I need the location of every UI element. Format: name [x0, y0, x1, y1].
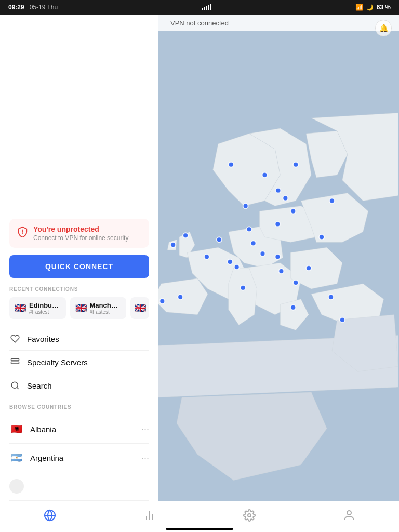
svg-point-5	[262, 172, 268, 178]
uk3-flag: 🇬🇧	[135, 302, 146, 314]
argentina-flag: 🇦🇷	[9, 450, 24, 465]
notification-bell[interactable]: 🔔	[375, 20, 392, 36]
bell-icon: 🔔	[379, 24, 388, 32]
menu-item-favorites[interactable]: Favorites	[9, 327, 149, 351]
svg-point-21	[278, 269, 284, 274]
svg-point-11	[290, 209, 296, 214]
svg-point-18	[275, 254, 280, 259]
nav-map[interactable]	[0, 501, 100, 532]
svg-point-9	[247, 227, 252, 232]
svg-point-37	[11, 382, 18, 388]
manchester-name: Manchester	[90, 301, 122, 309]
heart-icon	[9, 334, 21, 343]
svg-point-8	[217, 237, 222, 242]
vpn-status-text: VPN not connected	[170, 19, 229, 27]
svg-point-7	[243, 204, 248, 209]
manchester-text: Manchester #Fastest	[90, 301, 122, 315]
search-label: Search	[27, 381, 52, 390]
svg-point-30	[275, 188, 281, 193]
svg-point-22	[293, 280, 298, 285]
svg-point-10	[275, 221, 280, 227]
quick-connect-button[interactable]: QUICK CONNECT	[9, 255, 149, 278]
albania-more-icon[interactable]: ···	[141, 424, 149, 435]
unprotected-title: You're unprotected	[33, 225, 128, 233]
browse-countries-label: BROWSE COUNTRIES	[9, 397, 149, 410]
svg-point-24	[328, 295, 334, 300]
argentina-more-icon[interactable]: ···	[141, 453, 149, 463]
card-section: You're unprotected Connect to VPN for on…	[0, 209, 158, 397]
nav-account[interactable]	[299, 501, 399, 532]
svg-point-2	[183, 233, 188, 238]
stats-nav-icon	[143, 509, 156, 525]
battery-display: 63 %	[377, 4, 391, 11]
edinburgh-flag: 🇬🇧	[15, 302, 26, 314]
moon-icon: 🌙	[366, 4, 374, 11]
svg-point-13	[329, 198, 335, 204]
svg-point-27	[234, 264, 240, 270]
settings-nav-icon	[243, 509, 256, 525]
svg-point-17	[251, 241, 256, 246]
recent-item-manchester[interactable]: 🇬🇧 Manchester #Fastest	[70, 297, 127, 319]
mystery-flag	[9, 479, 24, 494]
status-right: 📶 🌙 63 %	[355, 4, 391, 11]
menu-items: Favorites Specialty Servers	[9, 327, 149, 397]
svg-point-6	[293, 162, 298, 167]
side-panel: You're unprotected Connect to VPN for on…	[0, 15, 158, 501]
svg-rect-34	[11, 362, 19, 364]
svg-point-29	[340, 317, 345, 323]
edinburgh-tag: #Fastest	[29, 309, 61, 315]
edinburgh-text: Edinburgh #Fastest	[29, 301, 61, 315]
svg-point-25	[178, 295, 183, 300]
server-icon	[9, 357, 21, 367]
time-display: 09:29	[8, 4, 24, 11]
country-more-item[interactable]	[9, 472, 149, 501]
status-left: 09:29 05-19 Thu	[8, 4, 58, 11]
svg-point-43	[248, 514, 251, 517]
svg-point-32	[22, 233, 23, 234]
account-nav-icon	[343, 509, 355, 525]
svg-point-19	[306, 265, 311, 271]
favorites-label: Favorites	[27, 335, 59, 343]
specialty-servers-label: Specialty Servers	[27, 358, 88, 367]
shield-icon	[17, 226, 28, 240]
menu-item-specialty[interactable]: Specialty Servers	[9, 351, 149, 374]
recent-item-uk3[interactable]: 🇬🇧	[130, 297, 149, 319]
argentina-name: Argentina	[30, 454, 135, 462]
svg-point-4	[229, 162, 234, 167]
svg-point-23	[290, 305, 296, 310]
date-display: 05-19 Thu	[30, 4, 58, 11]
country-argentina[interactable]: 🇦🇷 Argentina ···	[9, 444, 149, 472]
albania-name: Albania	[30, 425, 135, 434]
unprotected-text: You're unprotected Connect to VPN for on…	[33, 225, 128, 242]
signal-icon	[202, 4, 211, 10]
home-indicator	[166, 528, 233, 530]
svg-point-14	[204, 254, 209, 259]
albania-flag: 🇦🇱	[9, 422, 24, 436]
manchester-flag: 🇬🇧	[75, 302, 87, 314]
recent-connections-label: RECENT CONNECTIONS	[9, 286, 149, 292]
svg-point-15	[228, 259, 233, 264]
map-nav-icon	[44, 509, 56, 525]
svg-point-20	[319, 234, 324, 240]
svg-point-12	[283, 196, 288, 201]
recent-connections-list: 🇬🇧 Edinburgh #Fastest 🇬🇧 Manchester #Fas…	[9, 297, 149, 319]
bottom-nav	[0, 501, 399, 532]
recent-item-edinburgh[interactable]: 🇬🇧 Edinburgh #Fastest	[9, 297, 66, 319]
edinburgh-name: Edinburgh	[29, 301, 61, 309]
svg-point-28	[241, 285, 246, 290]
country-albania[interactable]: 🇦🇱 Albania ···	[9, 415, 149, 444]
svg-point-3	[170, 242, 176, 247]
svg-rect-33	[11, 358, 19, 361]
svg-point-26	[159, 299, 165, 304]
unprotected-banner: You're unprotected Connect to VPN for on…	[9, 219, 149, 248]
menu-item-search[interactable]: Search	[9, 374, 149, 397]
svg-point-44	[347, 511, 351, 515]
status-center	[202, 4, 211, 10]
manchester-tag: #Fastest	[90, 309, 122, 315]
unprotected-subtitle: Connect to VPN for online security	[33, 234, 128, 242]
search-icon	[9, 381, 21, 390]
svg-point-16	[260, 251, 265, 256]
wifi-icon: 📶	[355, 4, 363, 11]
browse-countries-section: BROWSE COUNTRIES 🇦🇱 Albania ··· 🇦🇷 Argen…	[0, 397, 158, 501]
status-bar: 09:29 05-19 Thu 📶 🌙 63 %	[0, 0, 399, 15]
